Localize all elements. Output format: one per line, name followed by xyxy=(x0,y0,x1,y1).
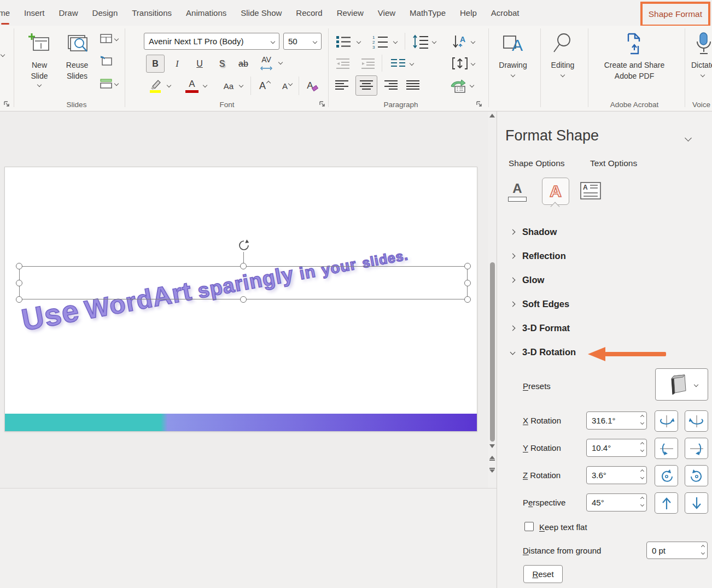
presets-dropdown-button[interactable] xyxy=(655,368,708,401)
underline-button[interactable]: U xyxy=(191,55,208,73)
text-highlight-chevron-icon[interactable] xyxy=(167,83,171,87)
y-rotation-up-button[interactable] xyxy=(655,438,678,459)
distance-from-ground-input[interactable]: 0 pt xyxy=(646,542,708,559)
wordart-selection-box[interactable] xyxy=(19,266,468,299)
tab-shape-options[interactable]: Shape Options xyxy=(509,158,565,168)
scroll-up-arrow-icon[interactable] xyxy=(489,114,495,117)
selection-handle-bottom-right[interactable] xyxy=(464,296,471,303)
editing-button[interactable]: Editing xyxy=(546,31,580,77)
bold-button[interactable]: B xyxy=(146,55,165,73)
new-slide-button[interactable]: New Slide xyxy=(21,31,58,86)
bullets-button[interactable] xyxy=(334,33,353,50)
selection-handle-top-center[interactable] xyxy=(240,263,247,269)
tab-acrobat[interactable]: Acrobat xyxy=(484,0,527,26)
y-rotation-down-button[interactable] xyxy=(685,438,708,459)
decrease-indent-button[interactable] xyxy=(334,55,352,72)
selection-handle-bottom-left[interactable] xyxy=(16,296,22,303)
columns-button[interactable] xyxy=(388,55,408,72)
scroll-down-arrow-icon[interactable] xyxy=(489,444,495,448)
justify-button[interactable] xyxy=(404,77,422,95)
selection-handle-top-right[interactable] xyxy=(464,263,471,269)
numbering-button[interactable]: 123 xyxy=(370,33,390,50)
reset-button[interactable]: Reset xyxy=(523,565,563,583)
section-glow[interactable]: Glow xyxy=(511,275,544,285)
previous-slide-button[interactable] xyxy=(489,456,495,461)
slide-layout-button[interactable] xyxy=(100,34,118,43)
perspective-spinner[interactable] xyxy=(641,497,644,506)
rotate-handle-icon[interactable] xyxy=(238,239,250,251)
next-slide-button[interactable] xyxy=(489,468,495,473)
clear-formatting-button[interactable]: A xyxy=(303,77,322,95)
numbering-chevron-icon[interactable] xyxy=(393,39,398,44)
tab-mathtype[interactable]: MathType xyxy=(402,0,453,26)
selection-handle-mid-left[interactable] xyxy=(16,280,22,286)
tab-transitions[interactable]: Transitions xyxy=(125,0,179,26)
line-spacing-chevron-icon[interactable] xyxy=(432,39,436,44)
character-spacing-button[interactable]: AV xyxy=(257,53,276,66)
y-rotation-spinner[interactable] xyxy=(641,443,644,451)
x-rotation-right-button[interactable] xyxy=(685,410,708,432)
x-rotation-left-button[interactable] xyxy=(655,410,678,432)
panel-collapse-chevron-icon[interactable] xyxy=(685,134,692,142)
selection-handle-mid-right[interactable] xyxy=(464,280,471,286)
tab-record[interactable]: Record xyxy=(289,0,329,26)
drawing-button[interactable]: A Drawing xyxy=(495,31,531,77)
dictate-button[interactable]: Dictate xyxy=(691,31,712,77)
create-share-pdf-button[interactable]: Create and Share Adobe PDF xyxy=(593,31,675,81)
z-rotation-input[interactable]: 3.6° xyxy=(586,466,647,484)
section-3d-rotation[interactable]: 3-D Rotation xyxy=(511,347,576,357)
section-shadow[interactable]: Shadow xyxy=(511,227,557,237)
italic-button[interactable]: I xyxy=(170,55,184,73)
align-left-button[interactable] xyxy=(332,77,351,95)
tab-help[interactable]: Help xyxy=(453,0,484,26)
text-shadow-button[interactable]: S xyxy=(214,55,230,73)
x-rotation-spinner[interactable] xyxy=(641,415,644,424)
tab-view[interactable]: View xyxy=(371,0,402,26)
z-rotation-cw-button[interactable] xyxy=(685,465,708,486)
text-effects-icon-selected[interactable]: A xyxy=(542,178,569,205)
align-center-button[interactable] xyxy=(355,75,377,96)
y-rotation-input[interactable]: 10.4° xyxy=(586,439,647,457)
section-reflection[interactable]: Reflection xyxy=(511,251,566,261)
x-rotation-input[interactable]: 316.1° xyxy=(586,411,647,430)
decrease-font-size-button[interactable]: A xyxy=(279,77,295,95)
align-right-button[interactable] xyxy=(382,77,400,95)
font-size-combobox[interactable]: 50 xyxy=(283,33,322,50)
tab-design[interactable]: Design xyxy=(85,0,125,26)
section-soft-edges[interactable]: Soft Edges xyxy=(511,299,569,309)
section-button[interactable] xyxy=(100,79,118,89)
tab-draw[interactable]: Draw xyxy=(52,0,85,26)
scrollbar-thumb[interactable] xyxy=(490,262,495,442)
clipboard-dialog-launcher-icon[interactable] xyxy=(3,101,10,108)
perspective-input[interactable]: 45° xyxy=(586,493,647,511)
increase-font-size-button[interactable]: A xyxy=(256,77,273,95)
perspective-narrow-button[interactable] xyxy=(655,492,678,514)
perspective-widen-button[interactable] xyxy=(685,492,708,514)
distance-spinner[interactable] xyxy=(702,545,704,554)
section-3d-format[interactable]: 3-D Format xyxy=(511,323,570,333)
line-spacing-button[interactable] xyxy=(410,33,431,50)
z-rotation-spinner[interactable] xyxy=(641,470,644,479)
increase-indent-button[interactable] xyxy=(359,55,377,72)
bullets-chevron-icon[interactable] xyxy=(357,39,361,44)
tab-animations[interactable]: Animations xyxy=(179,0,234,26)
columns-chevron-icon[interactable] xyxy=(410,61,414,66)
tab-home[interactable]: Home xyxy=(0,0,17,26)
tab-shape-format[interactable]: Shape Format xyxy=(640,2,710,27)
convert-to-smartart-button[interactable] xyxy=(448,77,468,95)
z-rotation-ccw-button[interactable] xyxy=(655,465,678,486)
textbox-icon[interactable]: A xyxy=(580,182,601,202)
paragraph-dialog-launcher-icon[interactable] xyxy=(476,101,483,108)
keep-text-flat-checkbox[interactable] xyxy=(524,522,534,531)
character-spacing-chevron-icon[interactable] xyxy=(278,60,283,64)
reset-slide-button[interactable] xyxy=(100,56,112,66)
text-fill-outline-icon[interactable]: A xyxy=(508,182,527,202)
selection-handle-bottom-center[interactable] xyxy=(240,296,247,303)
tab-review[interactable]: Review xyxy=(330,0,371,26)
text-direction-chevron-icon[interactable] xyxy=(471,39,475,44)
smartart-chevron-icon[interactable] xyxy=(470,83,474,87)
font-color-chevron-icon[interactable] xyxy=(203,83,207,87)
text-highlight-button[interactable] xyxy=(147,77,164,95)
font-color-button[interactable]: A xyxy=(184,77,200,95)
text-direction-button[interactable]: A xyxy=(450,33,470,50)
